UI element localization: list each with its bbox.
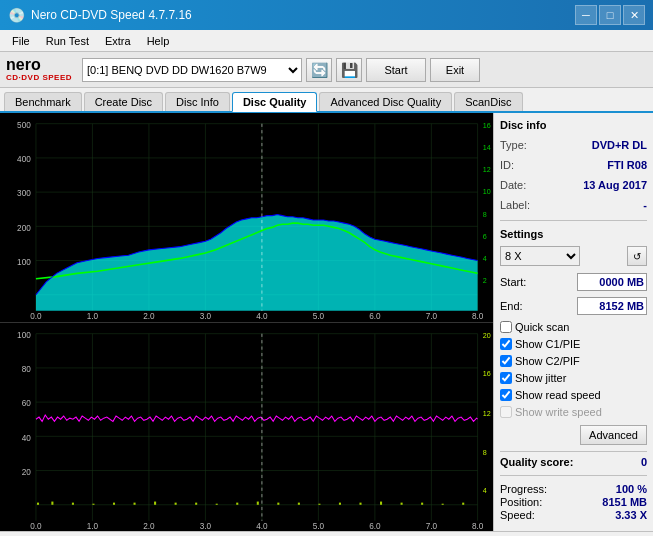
quick-scan-checkbox[interactable]	[500, 321, 512, 333]
close-button[interactable]: ✕	[623, 5, 645, 25]
minimize-button[interactable]: ─	[575, 5, 597, 25]
svg-rect-56	[37, 502, 39, 504]
save-button[interactable]: 💾	[336, 58, 362, 82]
tab-benchmark[interactable]: Benchmark	[4, 92, 82, 111]
show-read-speed-checkbox[interactable]	[500, 389, 512, 401]
svg-text:6: 6	[483, 232, 487, 241]
svg-rect-71	[339, 502, 341, 504]
svg-text:7.0: 7.0	[426, 311, 438, 321]
tab-advanced-disc-quality[interactable]: Advanced Disc Quality	[319, 92, 452, 111]
svg-rect-59	[92, 503, 94, 504]
svg-text:100: 100	[17, 257, 31, 267]
svg-rect-64	[195, 502, 197, 504]
svg-rect-60	[113, 502, 115, 504]
progress-label: Progress:	[500, 483, 547, 495]
separator-1	[500, 220, 647, 221]
tab-disc-info[interactable]: Disc Info	[165, 92, 230, 111]
svg-text:80: 80	[22, 364, 31, 374]
date-value: 13 Aug 2017	[583, 177, 647, 193]
logo-text: nero	[6, 57, 72, 73]
title-bar-controls: ─ □ ✕	[575, 5, 645, 25]
exit-button[interactable]: Exit	[430, 58, 480, 82]
svg-rect-67	[257, 501, 259, 504]
svg-text:6.0: 6.0	[369, 311, 381, 321]
show-c1pie-label: Show C1/PIE	[515, 338, 580, 350]
svg-rect-73	[380, 501, 382, 504]
title-bar-left: 💿 Nero CD-DVD Speed 4.7.7.16	[8, 7, 192, 23]
show-write-speed-label: Show write speed	[515, 406, 602, 418]
type-value: DVD+R DL	[592, 137, 647, 153]
svg-text:16: 16	[483, 369, 491, 378]
quick-scan-row: Quick scan	[500, 321, 647, 333]
svg-text:200: 200	[17, 222, 31, 232]
svg-text:4: 4	[483, 253, 487, 262]
start-button[interactable]: Start	[366, 58, 426, 82]
progress-value: 100 %	[616, 483, 647, 495]
top-chart: 500 400 300 200 100 16 14 12 10 8 6 4 2 …	[0, 113, 493, 322]
svg-text:3.0: 3.0	[200, 521, 212, 531]
speed-value: 3.33 X	[615, 509, 647, 521]
label-row: Label: -	[500, 197, 647, 213]
menu-file[interactable]: File	[4, 30, 38, 51]
svg-text:20: 20	[22, 466, 31, 476]
speed-row: Speed: 3.33 X	[500, 509, 647, 521]
settings-title: Settings	[500, 228, 647, 240]
start-input[interactable]	[577, 273, 647, 291]
svg-rect-68	[277, 502, 279, 504]
tab-create-disc[interactable]: Create Disc	[84, 92, 163, 111]
svg-text:3.0: 3.0	[200, 311, 212, 321]
position-row: Position: 8151 MB	[500, 496, 647, 508]
menu-help[interactable]: Help	[139, 30, 178, 51]
toolbar: nero CD·DVD SPEED [0:1] BENQ DVD DD DW16…	[0, 52, 653, 88]
logo-sub: CD·DVD SPEED	[6, 73, 72, 82]
bottom-chart-svg: 100 80 60 40 20 20 16 12 8 4 0.0 1.0 2.0…	[0, 323, 493, 532]
tab-disc-quality[interactable]: Disc Quality	[232, 92, 318, 112]
svg-text:0.0: 0.0	[30, 311, 42, 321]
svg-text:100: 100	[17, 329, 31, 339]
progress-section: Progress: 100 % Position: 8151 MB Speed:…	[500, 483, 647, 522]
svg-text:12: 12	[483, 408, 491, 417]
label-label: Label:	[500, 197, 530, 213]
svg-text:4.0: 4.0	[256, 311, 268, 321]
main-content: 500 400 300 200 100 16 14 12 10 8 6 4 2 …	[0, 113, 653, 531]
menu-extra[interactable]: Extra	[97, 30, 139, 51]
app-title: Nero CD-DVD Speed 4.7.7.16	[31, 8, 192, 22]
show-c1pie-checkbox[interactable]	[500, 338, 512, 350]
svg-text:40: 40	[22, 432, 31, 442]
svg-rect-62	[154, 501, 156, 504]
end-input[interactable]	[577, 297, 647, 315]
position-label: Position:	[500, 496, 542, 508]
drive-select[interactable]: [0:1] BENQ DVD DD DW1620 B7W9	[82, 58, 302, 82]
maximize-button[interactable]: □	[599, 5, 621, 25]
show-jitter-row: Show jitter	[500, 372, 647, 384]
speed-label: Speed:	[500, 509, 535, 521]
chart-area: 500 400 300 200 100 16 14 12 10 8 6 4 2 …	[0, 113, 493, 531]
svg-rect-72	[359, 502, 361, 504]
menu-bar: File Run Test Extra Help	[0, 30, 653, 52]
type-label: Type:	[500, 137, 527, 153]
bottom-chart: 100 80 60 40 20 20 16 12 8 4 0.0 1.0 2.0…	[0, 322, 493, 532]
settings-refresh-btn[interactable]: ↺	[627, 246, 647, 266]
show-jitter-checkbox[interactable]	[500, 372, 512, 384]
show-jitter-label: Show jitter	[515, 372, 566, 384]
svg-text:60: 60	[22, 398, 31, 408]
show-c1pie-row: Show C1/PIE	[500, 338, 647, 350]
speed-select[interactable]: 8 X 4 X 6 X MAX	[500, 246, 580, 266]
svg-rect-61	[134, 502, 136, 504]
top-chart-svg: 500 400 300 200 100 16 14 12 10 8 6 4 2 …	[0, 113, 493, 322]
show-read-speed-row: Show read speed	[500, 389, 647, 401]
svg-rect-57	[51, 501, 53, 504]
refresh-button[interactable]: 🔄	[306, 58, 332, 82]
date-label: Date:	[500, 177, 526, 193]
svg-text:8: 8	[483, 210, 487, 219]
advanced-btn-wrapper: Advanced	[500, 423, 647, 445]
tab-scan-disc[interactable]: ScanDisc	[454, 92, 522, 111]
show-c2pif-checkbox[interactable]	[500, 355, 512, 367]
quality-score-row: Quality score: 0	[500, 451, 647, 468]
id-value: FTI R08	[607, 157, 647, 173]
advanced-button[interactable]: Advanced	[580, 425, 647, 445]
app-icon: 💿	[8, 7, 25, 23]
show-write-speed-checkbox[interactable]	[500, 406, 512, 418]
menu-run-test[interactable]: Run Test	[38, 30, 97, 51]
disc-info-title: Disc info	[500, 119, 647, 131]
